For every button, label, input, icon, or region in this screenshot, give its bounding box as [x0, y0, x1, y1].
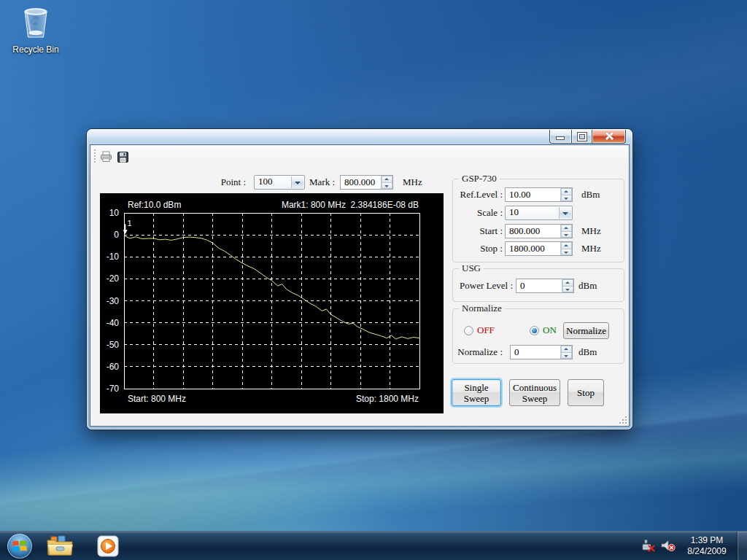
close-icon [605, 132, 613, 140]
print-button[interactable] [98, 149, 115, 165]
normalize-field-label: Normalize : [454, 345, 503, 359]
stop-button[interactable]: Stop [568, 379, 604, 406]
normalize-group: Normalize OFF ON Normalize Normalize : d… [452, 308, 624, 364]
spin-up-icon[interactable] [561, 242, 572, 249]
normalize-button[interactable]: Normalize [563, 322, 609, 339]
svg-text:1: 1 [128, 219, 132, 228]
spin-down-icon[interactable] [562, 287, 573, 293]
svg-text:10: 10 [109, 208, 120, 218]
continuous-sweep-button[interactable]: Continuous Sweep [509, 379, 560, 406]
media-player-icon [97, 535, 119, 557]
normalize-on-radio[interactable] [530, 326, 539, 335]
start-spinner [505, 224, 573, 238]
svg-text:-50: -50 [107, 340, 120, 350]
spin-up-icon[interactable] [561, 188, 572, 195]
spin-down-icon[interactable] [561, 353, 572, 359]
taskbar-explorer-button[interactable] [44, 534, 76, 558]
recycle-bin-icon [20, 4, 52, 41]
recycle-bin[interactable]: Recycle Bin [4, 4, 67, 55]
network-disconnected-icon[interactable] [642, 540, 656, 552]
printer-icon [100, 151, 112, 163]
stop-spin-buttons [560, 242, 572, 255]
power-level-unit: dBm [578, 279, 597, 293]
spin-up-icon[interactable] [562, 279, 573, 287]
app-window: Point : 100 Mark : MHz Ref:10.0 dBm Mark… [87, 129, 632, 429]
start-label: Start : [454, 224, 503, 238]
usg-group-title: USG [459, 262, 484, 274]
spin-down-icon[interactable] [561, 195, 572, 202]
spin-up-icon[interactable] [382, 176, 392, 183]
svg-text:-10: -10 [107, 252, 120, 262]
toolbar-grip [94, 149, 96, 163]
usg-group: USG Power Level : dBm [452, 268, 624, 302]
stop-label: Stop : [454, 241, 503, 256]
mark-label: Mark : [309, 175, 335, 190]
ref-level-label: Ref.Level : [454, 187, 503, 202]
spin-up-icon[interactable] [561, 225, 572, 232]
mark-unit: MHz [403, 175, 422, 190]
svg-text:-70: -70 [107, 384, 120, 394]
gsp730-group-title: GSP-730 [459, 173, 500, 184]
start-button[interactable] [7, 534, 32, 559]
minimize-button[interactable] [549, 130, 572, 144]
start-input[interactable] [506, 225, 564, 238]
svg-text:-30: -30 [107, 296, 120, 306]
ref-level-unit: dBm [581, 187, 600, 202]
volume-muted-icon[interactable] [661, 540, 676, 552]
ref-level-input[interactable] [506, 188, 564, 201]
taskbar: 1:39 PM 8/24/2009 [0, 531, 747, 560]
window-resize-grip[interactable] [618, 415, 627, 424]
explorer-folder-icon [46, 535, 74, 557]
spin-down-icon[interactable] [561, 249, 572, 256]
stop-unit: MHz [581, 241, 601, 256]
normalize-spinner [510, 345, 573, 359]
normalize-off-radio[interactable] [464, 326, 473, 335]
normalize-spin-buttons [560, 346, 572, 359]
maximize-icon [578, 133, 587, 141]
mark-input[interactable] [341, 176, 384, 189]
normalize-group-title: Normalize [459, 303, 505, 314]
close-button[interactable] [592, 130, 626, 144]
ref-level-spinner [505, 187, 573, 202]
normalize-off-label[interactable]: OFF [477, 324, 495, 336]
start-spin-buttons [560, 225, 572, 238]
point-combobox[interactable]: 100 [254, 175, 305, 190]
mark-spin-buttons [381, 176, 392, 189]
point-value: 100 [258, 176, 273, 187]
chart-plot: 100-10-20-30-40-50-60-701 [100, 193, 444, 413]
dropdown-arrow-icon [559, 207, 571, 219]
taskbar-clock[interactable]: 1:39 PM 8/24/2009 [683, 532, 731, 560]
power-level-input[interactable] [516, 279, 565, 292]
stop-input[interactable] [506, 242, 564, 255]
spin-up-icon[interactable] [561, 346, 572, 353]
normalize-input[interactable] [511, 346, 564, 359]
start-unit: MHz [581, 224, 601, 238]
show-desktop-button[interactable] [737, 532, 747, 560]
spectrum-chart: Ref:10.0 dBm Mark1: 800 MHz 2.384186E-08… [100, 193, 444, 413]
spin-down-icon[interactable] [561, 232, 572, 238]
point-label: Point : [207, 175, 246, 190]
svg-text:-40: -40 [107, 318, 120, 328]
dropdown-arrow-icon [291, 176, 303, 188]
normalize-on-label[interactable]: ON [543, 324, 557, 336]
mark-spinner [340, 175, 393, 190]
spin-down-icon[interactable] [382, 183, 392, 190]
toolbar [91, 146, 628, 166]
power-level-spin-buttons [562, 279, 573, 292]
desktop: Recycle Bin [0, 0, 747, 560]
power-level-spinner [516, 279, 574, 293]
scale-combobox[interactable]: 10 [505, 206, 573, 220]
single-sweep-button[interactable]: Single Sweep [452, 379, 501, 406]
save-button[interactable] [115, 149, 131, 165]
scale-value: 10 [509, 206, 519, 218]
power-level-label: Power Level : [454, 279, 513, 293]
normalize-field-unit: dBm [578, 345, 597, 359]
minimize-icon [557, 137, 564, 139]
taskbar-media-player-button[interactable] [92, 534, 124, 558]
windows-logo-icon [12, 540, 27, 553]
clock-date: 8/24/2009 [687, 546, 726, 557]
maximize-button[interactable] [572, 130, 592, 144]
svg-text:-20: -20 [107, 273, 120, 284]
ref-level-spin-buttons [560, 188, 572, 201]
gsp730-group: GSP-730 Ref.Level : dBm Scale : 10 Start… [452, 179, 624, 262]
